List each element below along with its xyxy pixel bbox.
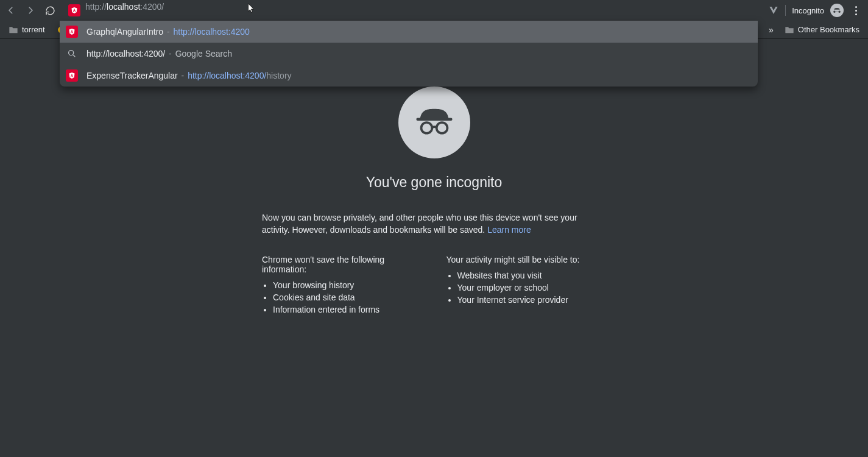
- learn-more-link[interactable]: Learn more: [487, 225, 531, 235]
- other-bookmarks-label: Other Bookmarks: [798, 25, 859, 34]
- url-protocol: http://: [85, 2, 107, 12]
- svg-point-1: [69, 51, 74, 55]
- folder-icon: [785, 26, 794, 34]
- column-title: Your activity might still be visible to:: [446, 255, 607, 264]
- suggestion-row[interactable]: ExpenseTrackerAngular - http://localhost…: [60, 65, 758, 87]
- incognito-columns: Chrome won't save the following informat…: [262, 255, 606, 317]
- angular-icon: [66, 26, 78, 38]
- bookmarks-overflow-chevron-icon[interactable]: »: [766, 25, 776, 35]
- browser-toolbar: http://localhost:4200/ Incognito: [0, 0, 868, 21]
- toolbar-right: Incognito: [768, 4, 866, 17]
- suggestion-title: GraphqlAngularIntro: [86, 27, 163, 37]
- omnibox-suggestions: GraphqlAngularIntro - http://localhost:4…: [60, 21, 758, 87]
- extension-vue-icon[interactable]: [768, 5, 779, 16]
- bookmark-item-torrent[interactable]: torrent: [5, 23, 49, 36]
- list-item: Websites that you visit: [457, 271, 607, 280]
- suggestion-row[interactable]: http://localhost:4200/ - Google Search: [60, 43, 758, 65]
- suggestion-dash: -: [166, 49, 174, 58]
- list-item: Your Internet service provider: [457, 295, 607, 305]
- angular-icon: [66, 69, 78, 82]
- folder-icon: [9, 26, 18, 34]
- other-bookmarks[interactable]: Other Bookmarks: [781, 23, 863, 36]
- suggestion-row[interactable]: GraphqlAngularIntro - http://localhost:4…: [60, 21, 758, 43]
- svg-rect-2: [416, 118, 452, 121]
- wont-save-column: Chrome won't save the following informat…: [262, 255, 422, 317]
- list-item: Your browsing history: [273, 280, 422, 290]
- address-bar[interactable]: http://localhost:4200/: [85, 2, 766, 19]
- suggestion-url: http://localhost:4200/history: [188, 71, 291, 80]
- reload-button[interactable]: [41, 2, 58, 19]
- visible-to-column: Your activity might still be visible to:…: [446, 255, 607, 317]
- incognito-hero-icon: [398, 87, 470, 158]
- suggestion-title: http://localhost:4200/: [86, 49, 165, 58]
- omnibox-container: http://localhost:4200/: [61, 2, 766, 19]
- incognito-description: Now you can browse privately, and other …: [262, 211, 606, 236]
- forward-button[interactable]: [22, 2, 39, 19]
- svg-point-4: [436, 122, 447, 133]
- incognito-new-tab-page: You've gone incognito Now you can browse…: [0, 39, 868, 457]
- site-favicon-angular-icon: [68, 4, 80, 16]
- suggestion-dash: -: [179, 71, 186, 80]
- incognito-label: Incognito: [792, 6, 824, 15]
- bookmark-label: torrent: [22, 25, 45, 34]
- search-icon: [66, 48, 78, 60]
- incognito-heading: You've gone incognito: [366, 174, 503, 191]
- suggestion-dash: -: [164, 27, 172, 37]
- back-button[interactable]: [2, 2, 19, 19]
- suggestion-title: ExpenseTrackerAngular: [86, 71, 178, 80]
- url-host: localhost: [107, 2, 140, 12]
- list-item: Information entered in forms: [273, 305, 422, 314]
- suggestion-url: http://localhost:4200: [174, 27, 250, 37]
- incognito-badge-icon[interactable]: [830, 4, 844, 17]
- url-rest: :4200/: [140, 2, 164, 12]
- column-title: Chrome won't save the following informat…: [262, 255, 422, 274]
- list-item: Your employer or school: [457, 283, 607, 292]
- svg-point-3: [421, 122, 432, 133]
- toolbar-divider: [785, 5, 786, 16]
- list-item: Cookies and site data: [273, 292, 422, 302]
- suggestion-extra: Google Search: [175, 49, 232, 58]
- kebab-menu-icon[interactable]: [850, 6, 862, 15]
